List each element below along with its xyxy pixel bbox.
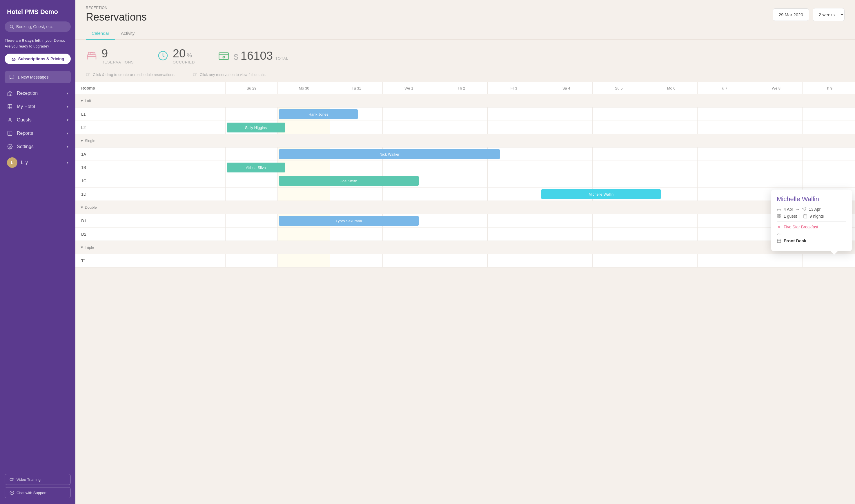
cell-0-1-2[interactable]: [330, 121, 383, 134]
cell-1-1-2[interactable]: [330, 161, 383, 174]
cell-3-0-3[interactable]: [383, 254, 435, 268]
cell-2-0-0[interactable]: [225, 214, 278, 228]
cell-1-1-9[interactable]: [698, 161, 750, 174]
cell-1-1-3[interactable]: [383, 161, 435, 174]
cell-1-1-6[interactable]: [540, 161, 593, 174]
cell-0-1-10[interactable]: [750, 121, 803, 134]
cell-0-0-11[interactable]: [803, 108, 855, 121]
tab-calendar[interactable]: Calendar: [86, 28, 115, 40]
cell-2-1-6[interactable]: [540, 228, 593, 241]
cell-1-0-7[interactable]: [593, 147, 645, 161]
cell-1-3-5[interactable]: [488, 187, 540, 201]
sidebar-item-guests[interactable]: Guests ▾: [0, 113, 75, 127]
cell-2-0-8[interactable]: [645, 214, 698, 228]
cell-1-0-10[interactable]: [750, 147, 803, 161]
cell-1-2-8[interactable]: [645, 174, 698, 187]
cell-1-1-5[interactable]: [488, 161, 540, 174]
cell-0-1-3[interactable]: [383, 121, 435, 134]
cell-1-3-9[interactable]: [698, 187, 750, 201]
cell-1-2-9[interactable]: [698, 174, 750, 187]
cell-3-0-4[interactable]: [435, 254, 488, 268]
cell-0-0-8[interactable]: [645, 108, 698, 121]
cell-2-1-7[interactable]: [593, 228, 645, 241]
cell-0-1-4[interactable]: [435, 121, 488, 134]
cell-2-0-1[interactable]: Lyoto Sakuraba: [278, 214, 330, 228]
sidebar-item-reports[interactable]: Reports ▾: [0, 127, 75, 140]
cell-0-1-1[interactable]: [278, 121, 330, 134]
upgrade-button[interactable]: Subscriptions & Pricing: [5, 54, 71, 64]
cell-1-2-0[interactable]: [225, 174, 278, 187]
cell-1-1-11[interactable]: [803, 161, 855, 174]
cell-0-0-4[interactable]: [435, 108, 488, 121]
tab-activity[interactable]: Activity: [115, 28, 141, 40]
reservation-bar[interactable]: Michelle Wallin: [541, 189, 661, 199]
cell-2-0-4[interactable]: [435, 214, 488, 228]
cell-1-0-6[interactable]: [540, 147, 593, 161]
video-training-button[interactable]: Video Training: [5, 474, 71, 485]
cell-3-0-5[interactable]: [488, 254, 540, 268]
messages-button[interactable]: 1 New Messages: [5, 71, 71, 83]
cell-0-1-5[interactable]: [488, 121, 540, 134]
cell-1-1-1[interactable]: [278, 161, 330, 174]
cell-1-2-6[interactable]: [540, 174, 593, 187]
cell-1-2-7[interactable]: [593, 174, 645, 187]
cell-1-3-2[interactable]: [330, 187, 383, 201]
cell-0-1-9[interactable]: [698, 121, 750, 134]
search-bar[interactable]: Booking, Guest, etc.: [5, 21, 71, 32]
cell-2-1-1[interactable]: [278, 228, 330, 241]
cell-0-1-6[interactable]: [540, 121, 593, 134]
cell-0-1-8[interactable]: [645, 121, 698, 134]
cell-0-0-6[interactable]: [540, 108, 593, 121]
cell-0-0-1[interactable]: Hank Jones: [278, 108, 330, 121]
cell-1-1-0[interactable]: Althea Silva: [225, 161, 278, 174]
date-picker-button[interactable]: 29 Mar 2020: [773, 8, 809, 21]
cell-3-0-9[interactable]: [698, 254, 750, 268]
cell-0-0-9[interactable]: [698, 108, 750, 121]
sidebar-item-reception[interactable]: Reception ▾: [0, 87, 75, 100]
weeks-select[interactable]: 2 weeks 1 week 3 weeks: [813, 8, 844, 21]
cell-0-0-5[interactable]: [488, 108, 540, 121]
sidebar-item-myhotel[interactable]: My Hotel ▾: [0, 100, 75, 113]
cell-1-1-8[interactable]: [645, 161, 698, 174]
cell-1-2-10[interactable]: [750, 174, 803, 187]
cell-0-0-10[interactable]: [750, 108, 803, 121]
cell-2-1-0[interactable]: [225, 228, 278, 241]
cell-1-0-8[interactable]: [645, 147, 698, 161]
cell-3-0-0[interactable]: [225, 254, 278, 268]
cell-2-1-9[interactable]: [698, 228, 750, 241]
reservation-bar[interactable]: Althea Silva: [227, 163, 285, 173]
cell-2-0-6[interactable]: [540, 214, 593, 228]
cell-1-0-0[interactable]: [225, 147, 278, 161]
cell-2-1-2[interactable]: [330, 228, 383, 241]
cell-1-2-4[interactable]: [435, 174, 488, 187]
cell-1-1-10[interactable]: [750, 161, 803, 174]
cell-1-3-6[interactable]: Michelle Wallin: [540, 187, 593, 201]
chat-support-button[interactable]: Chat with Support: [5, 487, 71, 498]
cell-1-3-0[interactable]: [225, 187, 278, 201]
cell-1-1-4[interactable]: [435, 161, 488, 174]
cell-3-0-11[interactable]: [803, 254, 855, 268]
cell-0-0-3[interactable]: [383, 108, 435, 121]
cell-1-0-1[interactable]: Nick Walker: [278, 147, 330, 161]
cell-0-0-0[interactable]: [225, 108, 278, 121]
user-menu[interactable]: L Lily ▾: [0, 155, 75, 171]
cell-0-1-7[interactable]: [593, 121, 645, 134]
cell-1-2-5[interactable]: [488, 174, 540, 187]
cell-3-0-2[interactable]: [330, 254, 383, 268]
cell-2-0-7[interactable]: [593, 214, 645, 228]
cell-3-0-10[interactable]: [750, 254, 803, 268]
cell-3-0-6[interactable]: [540, 254, 593, 268]
cell-3-0-8[interactable]: [645, 254, 698, 268]
cell-2-1-4[interactable]: [435, 228, 488, 241]
reservation-bar[interactable]: Joe Smith: [279, 176, 418, 186]
cell-1-1-7[interactable]: [593, 161, 645, 174]
cell-2-1-8[interactable]: [645, 228, 698, 241]
cell-1-0-9[interactable]: [698, 147, 750, 161]
cell-2-0-5[interactable]: [488, 214, 540, 228]
cell-1-2-1[interactable]: Joe Smith: [278, 174, 330, 187]
cell-0-1-11[interactable]: [803, 121, 855, 134]
reservation-bar[interactable]: Lyoto Sakuraba: [279, 216, 418, 226]
cell-1-3-4[interactable]: [435, 187, 488, 201]
cell-2-0-9[interactable]: [698, 214, 750, 228]
cell-3-0-1[interactable]: [278, 254, 330, 268]
